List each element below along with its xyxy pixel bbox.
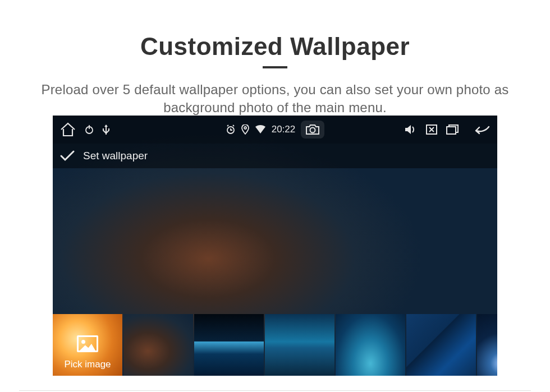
home-icon[interactable]	[59, 122, 76, 137]
camera-button[interactable]	[301, 121, 324, 139]
page-title: Customized Wallpaper	[0, 33, 550, 61]
set-wallpaper-label: Set wallpaper	[83, 150, 148, 162]
svg-point-3	[244, 127, 246, 129]
power-icon	[84, 124, 94, 135]
set-wallpaper-bar[interactable]: Set wallpaper	[53, 144, 497, 168]
section-divider	[19, 390, 531, 391]
wallpaper-thumb[interactable]	[123, 314, 193, 376]
device-screenshot: 20:22	[53, 116, 497, 376]
pick-image-label: Pick image	[64, 359, 111, 370]
status-time: 20:22	[272, 124, 296, 135]
usb-icon	[102, 124, 110, 135]
recent-apps-icon[interactable]	[446, 124, 459, 135]
page-subtitle: Preload over 5 default wallpaper options…	[0, 81, 550, 117]
location-icon	[241, 124, 249, 135]
status-bar-left	[59, 122, 110, 137]
checkmark-icon	[59, 150, 75, 162]
status-bar-right	[404, 124, 491, 135]
back-icon[interactable]	[470, 124, 491, 135]
svg-rect-6	[447, 127, 456, 134]
wallpaper-thumb[interactable]	[194, 314, 264, 376]
wallpaper-thumb[interactable]	[406, 314, 476, 376]
wallpaper-thumb[interactable]	[265, 314, 334, 376]
wallpaper-thumbnails: Pick image	[53, 313, 497, 376]
wallpaper-thumb[interactable]	[477, 314, 497, 376]
title-underline	[263, 66, 287, 68]
wifi-icon	[255, 125, 266, 134]
camera-icon	[305, 124, 320, 135]
volume-icon[interactable]	[404, 124, 418, 135]
image-icon	[77, 335, 98, 352]
close-box-icon[interactable]	[425, 124, 438, 135]
alarm-icon	[226, 124, 236, 135]
svg-point-4	[310, 128, 315, 133]
pick-image-button[interactable]: Pick image	[53, 314, 122, 376]
wallpaper-thumb[interactable]	[336, 314, 405, 376]
status-bar: 20:22	[53, 116, 497, 144]
